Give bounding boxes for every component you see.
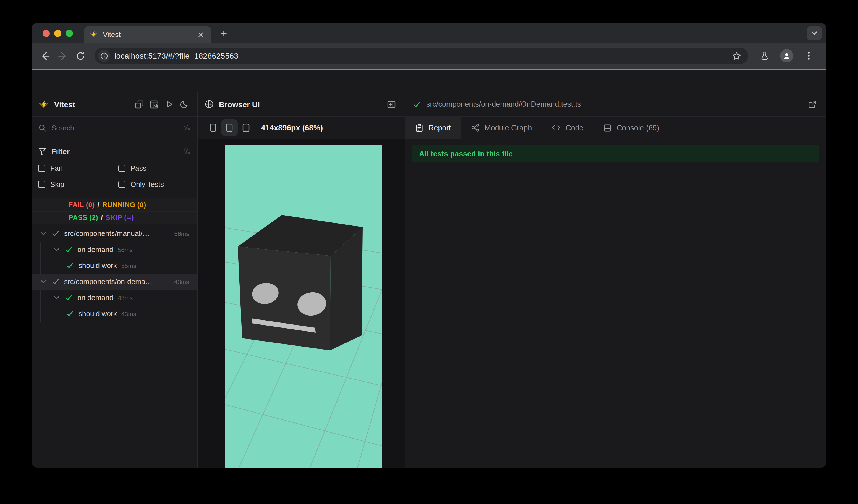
windows-overlap-icon[interactable] <box>133 98 146 111</box>
url-input[interactable] <box>114 51 724 60</box>
robot-cube <box>238 215 363 351</box>
menu-dots-icon[interactable] <box>801 48 816 64</box>
file-path: src/components/on-demand/OnDemand.test.t… <box>426 100 806 108</box>
file-pass-check-icon <box>413 100 421 108</box>
file-header: src/components/on-demand/OnDemand.test.t… <box>405 92 826 117</box>
test-status-summary: FAIL (0) / RUNNING (0) PASS (2) / SKIP (… <box>32 198 197 224</box>
tab-title: Vitest <box>103 30 191 39</box>
test-tree: src/components/manual/… 56ms on demand 5… <box>32 226 197 322</box>
browser-tab[interactable]: Vitest ✕ <box>84 26 211 43</box>
filter-panel: Filter Fail Pass Skip Only Tests <box>32 139 197 198</box>
tree-suite-row[interactable]: on demand 43ms <box>32 290 197 306</box>
minimize-window-button[interactable] <box>54 30 61 37</box>
address-bar[interactable] <box>95 48 748 64</box>
panel-right-icon[interactable] <box>385 98 398 111</box>
browser-window: Vitest ✕ + <box>32 23 826 468</box>
search-row <box>32 117 197 139</box>
tab-strip: Vitest ✕ + <box>32 23 826 43</box>
site-info-icon[interactable] <box>98 50 110 62</box>
open-external-icon[interactable] <box>806 98 819 111</box>
close-tab-icon[interactable]: ✕ <box>196 30 206 39</box>
clear-filters-icon[interactable] <box>182 147 191 156</box>
pass-check-icon <box>52 230 59 237</box>
status-row-fail-running: FAIL (0) / RUNNING (0) <box>32 198 197 211</box>
profile-avatar[interactable] <box>780 49 793 63</box>
pass-check-icon <box>66 310 74 317</box>
pass-check-icon <box>65 246 73 253</box>
back-button[interactable] <box>37 48 52 64</box>
viewport-dimensions: 414x896px (68%) <box>261 123 323 132</box>
chevron-down-icon[interactable] <box>53 294 60 301</box>
search-icon <box>38 124 46 132</box>
device-phone-plus-icon[interactable] <box>221 119 238 136</box>
chevron-down-icon[interactable] <box>40 230 47 237</box>
pass-check-icon <box>66 262 74 269</box>
checkbox-icon[interactable] <box>118 181 126 188</box>
vitest-logo-icon <box>38 99 49 110</box>
traffic-lights <box>43 30 73 37</box>
search-input[interactable] <box>51 124 182 132</box>
dark-mode-moon-icon[interactable] <box>177 98 191 111</box>
tab-report[interactable]: Report <box>405 117 461 139</box>
maximize-window-button[interactable] <box>66 30 73 37</box>
reload-button[interactable] <box>73 48 88 64</box>
filter-funnel-icon <box>38 147 46 156</box>
sidebar: Vitest <box>32 92 198 468</box>
device-phone-icon[interactable] <box>205 119 221 136</box>
vitest-ui: Vitest <box>32 92 826 468</box>
checkbox-icon[interactable] <box>38 165 45 172</box>
run-all-play-icon[interactable] <box>162 98 176 111</box>
browser-ui-panel: Browser UI 414x896px <box>198 92 405 468</box>
device-toolbar: 414x896px (68%) <box>198 117 405 139</box>
tree-suite-row[interactable]: on demand 56ms <box>32 242 197 258</box>
sidebar-header: Vitest <box>32 92 197 117</box>
code-icon <box>552 123 560 132</box>
device-tablet-icon[interactable] <box>238 119 254 136</box>
checkbox-icon[interactable] <box>118 165 126 172</box>
browser-ui-header: Browser UI <box>198 92 405 117</box>
tab-module-graph[interactable]: Module Graph <box>461 117 542 139</box>
module-graph-icon <box>471 123 480 132</box>
chevron-down-icon[interactable] <box>40 278 47 285</box>
browser-ui-title: Browser UI <box>219 100 260 109</box>
tab-search-button[interactable] <box>807 26 822 40</box>
clipboard-icon <box>415 124 424 132</box>
status-row-pass-skip: PASS (2) / SKIP (--) <box>32 211 197 224</box>
filter-checkbox-fail[interactable]: Fail <box>38 162 118 174</box>
pass-check-icon <box>52 278 59 285</box>
tree-file-row[interactable]: src/components/manual/… 56ms <box>32 226 197 242</box>
globe-icon <box>205 98 214 111</box>
pass-check-icon <box>65 294 73 301</box>
filter-checkbox-pass[interactable]: Pass <box>118 162 191 174</box>
report-tab-bar: Report Module Graph Code <box>405 117 826 139</box>
tab-code[interactable]: Code <box>542 117 593 139</box>
test-progress-bar <box>32 68 826 70</box>
filter-checkbox-skip[interactable]: Skip <box>38 179 118 190</box>
browser-toolbar <box>32 43 826 68</box>
forward-button[interactable] <box>55 48 70 64</box>
dashboard-report-icon[interactable] <box>148 98 161 111</box>
experiments-flask-icon[interactable] <box>757 48 772 64</box>
all-tests-passed-banner: All tests passed in this file <box>412 145 819 162</box>
vitest-favicon-icon <box>90 30 98 39</box>
filter-checkbox-only-tests[interactable]: Only Tests <box>118 179 191 190</box>
threejs-scene <box>225 145 382 468</box>
toolbar-actions <box>754 48 821 64</box>
checkbox-icon[interactable] <box>38 181 45 188</box>
report-panel: src/components/on-demand/OnDemand.test.t… <box>405 92 826 468</box>
filter-title: Filter <box>51 147 182 156</box>
console-icon <box>603 124 612 132</box>
app-title: Vitest <box>54 100 75 109</box>
tree-file-row-selected[interactable]: src/components/on-dema… 43ms <box>32 274 197 290</box>
tree-test-row[interactable]: should work 55ms <box>32 258 197 274</box>
tab-console[interactable]: Console (69) <box>593 117 669 139</box>
close-window-button[interactable] <box>43 30 50 37</box>
browser-preview-frame[interactable] <box>225 145 382 468</box>
clear-search-filter-icon[interactable] <box>182 124 191 132</box>
bookmark-star-icon[interactable] <box>729 51 745 61</box>
new-tab-button[interactable]: + <box>217 28 230 40</box>
tree-test-row[interactable]: should work 43ms <box>32 306 197 322</box>
chevron-down-icon[interactable] <box>53 246 60 253</box>
